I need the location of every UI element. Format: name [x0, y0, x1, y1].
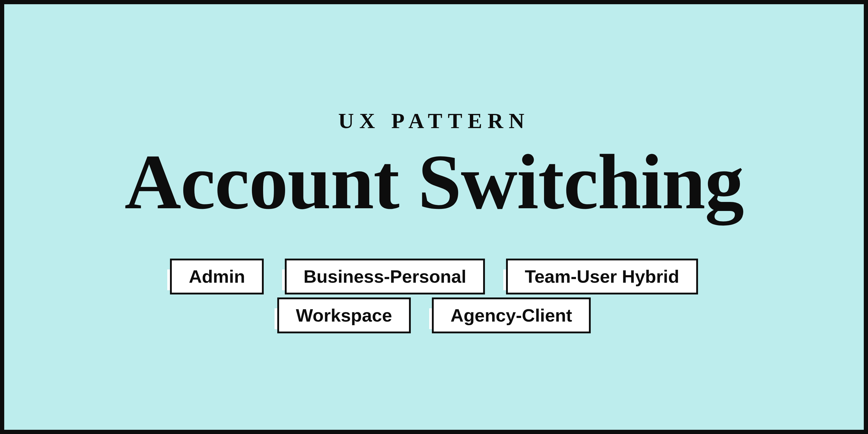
tag-row-2: Workspace Agency-Client [277, 305, 591, 326]
pattern-title: Account Switching [124, 143, 743, 221]
tag-workspace: Workspace [277, 305, 411, 326]
pattern-card: UX PATTERN Account Switching Admin Busin… [0, 0, 868, 434]
tag-admin: Admin [170, 266, 264, 287]
tag-container: Admin Business-Personal Team-User Hybrid… [170, 266, 698, 326]
tag-row-1: Admin Business-Personal Team-User Hybrid [170, 266, 698, 287]
tag-team-user-hybrid: Team-User Hybrid [506, 266, 698, 287]
tag-business-personal: Business-Personal [285, 266, 485, 287]
tag-agency-client: Agency-Client [432, 305, 591, 326]
eyebrow-label: UX PATTERN [338, 108, 530, 133]
